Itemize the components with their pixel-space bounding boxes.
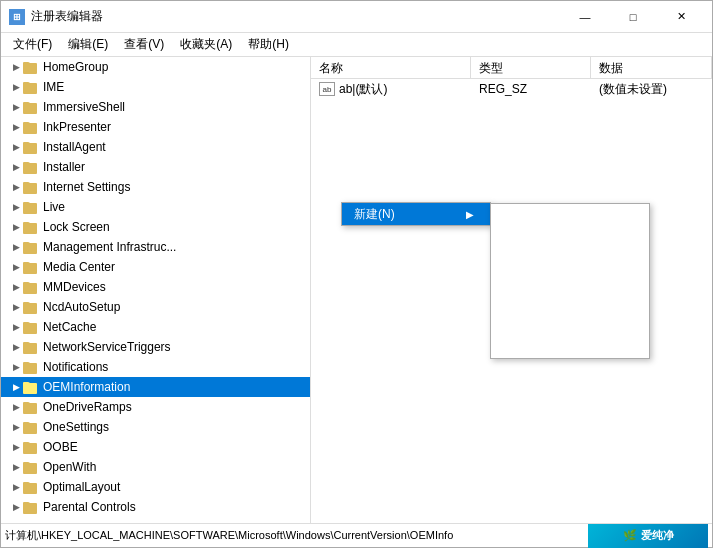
tree-item-oeminformation[interactable]: ▶ OEMInformation (1, 377, 310, 397)
tree-label: OptimalLayout (43, 480, 120, 494)
tree-item-inkpresenter[interactable]: ▶ InkPresenter (1, 117, 310, 137)
tree-item-optimallayout[interactable]: ▶ OptimalLayout (1, 477, 310, 497)
tree-arrow: ▶ (9, 200, 23, 214)
folder-icon (23, 220, 39, 234)
column-header-type: 类型 (471, 57, 591, 78)
watermark: 🌿 爱纯净 (588, 524, 708, 548)
tree-item-live[interactable]: ▶ Live (1, 197, 310, 217)
folder-icon (23, 320, 39, 334)
titlebar-buttons: — □ ✕ (562, 1, 704, 33)
tree-item-lockscreen[interactable]: ▶ Lock Screen (1, 217, 310, 237)
tree-label: ImmersiveShell (43, 100, 125, 114)
folder-icon (23, 460, 39, 474)
tree-item-internetsettings[interactable]: ▶ Internet Settings (1, 177, 310, 197)
menu-help[interactable]: 帮助(H) (240, 34, 297, 55)
folder-icon (23, 280, 39, 294)
tree-item-management[interactable]: ▶ Management Infrastruc... (1, 237, 310, 257)
tree-label: OneSettings (43, 420, 109, 434)
tree-arrow: ▶ (9, 60, 23, 74)
folder-icon (23, 440, 39, 454)
menu-file[interactable]: 文件(F) (5, 34, 60, 55)
table-header: 名称 类型 数据 (311, 57, 712, 79)
tree-item-mmdevices[interactable]: ▶ MMDevices (1, 277, 310, 297)
close-button[interactable]: ✕ (658, 1, 704, 33)
tree-arrow: ▶ (9, 340, 23, 354)
tree-arrow: ▶ (9, 140, 23, 154)
table-body[interactable]: ab ab|(默认) REG_SZ (数值未设置) (311, 79, 712, 523)
tree-label: OOBE (43, 440, 78, 454)
tree-arrow: ▶ (9, 500, 23, 514)
tree-label: NetCache (43, 320, 96, 334)
column-header-name: 名称 (311, 57, 471, 78)
tree-label: OpenWith (43, 460, 96, 474)
tree-label: Lock Screen (43, 220, 110, 234)
minimize-button[interactable]: — (562, 1, 608, 33)
tree-item-notifications[interactable]: ▶ Notifications (1, 357, 310, 377)
folder-icon (23, 100, 39, 114)
registry-editor-window: ⊞ 注册表编辑器 — □ ✕ 文件(F) 编辑(E) 查看(V) 收藏夹(A) … (0, 0, 713, 548)
folder-icon (23, 80, 39, 94)
tree-arrow: ▶ (9, 420, 23, 434)
table-row[interactable]: ab ab|(默认) REG_SZ (数值未设置) (311, 79, 712, 99)
tree-item-immersiveshell[interactable]: ▶ ImmersiveShell (1, 97, 310, 117)
tree-arrow: ▶ (9, 300, 23, 314)
watermark-text: 爱纯净 (641, 528, 674, 543)
statusbar-path: 计算机\HKEY_LOCAL_MACHINE\SOFTWARE\Microsof… (5, 528, 588, 543)
tree-arrow: ▶ (9, 400, 23, 414)
folder-icon (23, 240, 39, 254)
menu-view[interactable]: 查看(V) (116, 34, 172, 55)
tree-item-openwith[interactable]: ▶ OpenWith (1, 457, 310, 477)
tree-item-ime[interactable]: ▶ IME (1, 77, 310, 97)
tree-item-homegroup[interactable]: ▶ HomeGroup (1, 57, 310, 77)
tree-item-oobe[interactable]: ▶ OOBE (1, 437, 310, 457)
tree-arrow: ▶ (9, 160, 23, 174)
tree-arrow: ▶ (9, 120, 23, 134)
maximize-button[interactable]: □ (610, 1, 656, 33)
folder-icon (23, 480, 39, 494)
tree-arrow: ▶ (9, 240, 23, 254)
folder-icon (23, 340, 39, 354)
tree-item-parentalcontrols[interactable]: ▶ Parental Controls (1, 497, 310, 517)
tree-item-onedriveramps[interactable]: ▶ OneDriveRamps (1, 397, 310, 417)
folder-icon (23, 420, 39, 434)
tree-item-installagent[interactable]: ▶ InstallAgent (1, 137, 310, 157)
folder-icon (23, 200, 39, 214)
tree-panel[interactable]: ▶ HomeGroup ▶ IME ▶ ImmersiveShell ▶ Ink… (1, 57, 311, 523)
menu-edit[interactable]: 编辑(E) (60, 34, 116, 55)
folder-icon (23, 500, 39, 514)
tree-item-networkservicetriggers[interactable]: ▶ NetworkServiceTriggers (1, 337, 310, 357)
folder-icon (23, 140, 39, 154)
cell-name: ab ab|(默认) (311, 79, 471, 100)
tree-label: Internet Settings (43, 180, 130, 194)
tree-arrow: ▶ (9, 80, 23, 94)
tree-label: Media Center (43, 260, 115, 274)
tree-item-ncdautosetup[interactable]: ▶ NcdAutoSetup (1, 297, 310, 317)
tree-arrow: ▶ (9, 180, 23, 194)
folder-icon (23, 160, 39, 174)
tree-arrow: ▶ (9, 460, 23, 474)
folder-icon (23, 260, 39, 274)
tree-arrow: ▶ (9, 380, 23, 394)
tree-item-onesettings[interactable]: ▶ OneSettings (1, 417, 310, 437)
tree-label: NetworkServiceTriggers (43, 340, 171, 354)
tree-label: Notifications (43, 360, 108, 374)
tree-label: InkPresenter (43, 120, 111, 134)
cell-type: REG_SZ (471, 80, 591, 98)
tree-arrow: ▶ (9, 220, 23, 234)
tree-label: OEMInformation (43, 380, 130, 394)
tree-label: Management Infrastruc... (43, 240, 176, 254)
main-area: ▶ HomeGroup ▶ IME ▶ ImmersiveShell ▶ Ink… (1, 57, 712, 523)
tree-label: InstallAgent (43, 140, 106, 154)
tree-label: OneDriveRamps (43, 400, 132, 414)
tree-item-netcache[interactable]: ▶ NetCache (1, 317, 310, 337)
folder-icon (23, 60, 39, 74)
menu-favorites[interactable]: 收藏夹(A) (172, 34, 240, 55)
folder-icon (23, 300, 39, 314)
tree-label: MMDevices (43, 280, 106, 294)
folder-icon (23, 360, 39, 374)
tree-item-mediacenter[interactable]: ▶ Media Center (1, 257, 310, 277)
tree-item-installer[interactable]: ▶ Installer (1, 157, 310, 177)
tree-label: Live (43, 200, 65, 214)
tree-label: HomeGroup (43, 60, 108, 74)
titlebar: ⊞ 注册表编辑器 — □ ✕ (1, 1, 712, 33)
